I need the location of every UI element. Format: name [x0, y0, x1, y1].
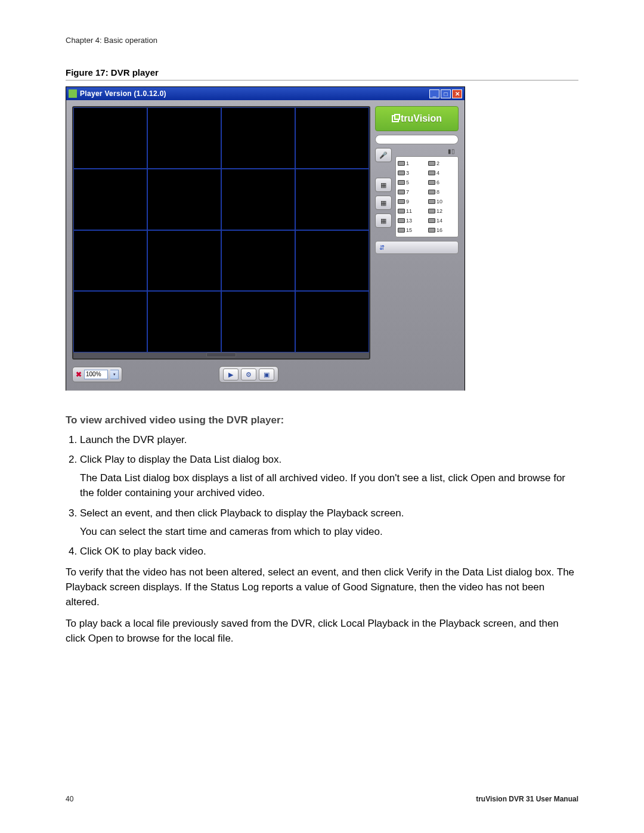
playback-controls: ▶ ⚙ ▣: [219, 366, 278, 383]
camera-icon: [398, 180, 405, 185]
channel-item[interactable]: 6: [428, 178, 456, 187]
video-cell[interactable]: [73, 230, 147, 292]
grid-4x4-icon: ▦: [380, 217, 386, 225]
logo-text: truVision: [401, 113, 442, 124]
video-cell[interactable]: [73, 169, 147, 230]
zoom-input[interactable]: 100%: [84, 370, 108, 379]
right-panel: truVision 🎤 ▦ ▦ ▦ ▮▯ 1 2: [375, 106, 459, 360]
play-button[interactable]: ▶: [223, 368, 239, 380]
page-number: 40: [66, 795, 73, 803]
resize-handle[interactable]: [73, 352, 369, 358]
video-cell[interactable]: [147, 291, 221, 352]
paragraph: To play back a local file previously sav…: [66, 616, 578, 646]
camera-icon: [398, 171, 405, 175]
network-button[interactable]: ⇵: [375, 241, 459, 254]
channel-item[interactable]: 4: [428, 169, 456, 177]
audio-button[interactable]: 🎤: [375, 148, 392, 162]
video-cell[interactable]: [295, 169, 369, 230]
zoom-control: ✖ 100%▾: [72, 367, 122, 382]
zoom-dropdown[interactable]: ▾: [110, 370, 119, 379]
camera-icon: [428, 228, 435, 233]
video-cell[interactable]: [221, 291, 295, 352]
titlebar: Player Version (1.0.12.0) _ □ ✕: [66, 87, 465, 100]
video-grid[interactable]: [73, 107, 369, 352]
camera-icon: [428, 209, 435, 213]
grid-2x2-icon: ▦: [380, 181, 386, 189]
figure-caption: Figure 17: DVR player: [66, 67, 578, 80]
step-item: Click OK to play back video.: [80, 544, 578, 559]
battery-icon: ▮▯: [395, 148, 459, 155]
video-grid-area: [72, 106, 370, 360]
chapter-header: Chapter 4: Basic operation: [66, 36, 578, 45]
window-title: Player Version (1.0.12.0): [80, 89, 428, 98]
section-heading: To view archived video using the DVR pla…: [66, 414, 578, 426]
channel-list: 1 2 3 4 5 6 7 8 9 10 11 12 13: [395, 156, 459, 237]
camera-icon: [428, 218, 435, 223]
step-item: Select an event, and then click Playback…: [80, 506, 578, 539]
mic-icon: 🎤: [379, 151, 388, 159]
video-cell[interactable]: [295, 291, 369, 352]
video-cell[interactable]: [295, 230, 369, 292]
channel-item[interactable]: 2: [428, 159, 456, 168]
channel-item[interactable]: 14: [428, 216, 456, 225]
layout-4x4-button[interactable]: ▦: [375, 213, 392, 228]
video-cell[interactable]: [147, 169, 221, 230]
settings-button[interactable]: ⚙: [241, 368, 256, 380]
camera-icon: [398, 199, 405, 204]
step-item: Launch the DVR player.: [80, 432, 578, 447]
video-cell[interactable]: [221, 169, 295, 230]
fit-icon[interactable]: ✖: [76, 370, 82, 379]
channel-item[interactable]: 1: [398, 159, 426, 168]
video-cell[interactable]: [221, 107, 295, 169]
video-cell[interactable]: [147, 230, 221, 292]
channel-item[interactable]: 12: [428, 207, 456, 215]
channel-item[interactable]: 11: [398, 207, 426, 215]
close-button[interactable]: ✕: [452, 89, 462, 98]
camera-icon: [428, 171, 435, 175]
dvr-player-window: Player Version (1.0.12.0) _ □ ✕ truVisio…: [66, 86, 465, 391]
image-icon: ▣: [264, 371, 270, 379]
grid-3x3-icon: ▦: [380, 199, 386, 207]
paragraph: To verify that the video has not been al…: [66, 565, 578, 609]
video-cell[interactable]: [295, 107, 369, 169]
page-footer: 40 truVision DVR 31 User Manual: [66, 795, 578, 803]
manual-title: truVision DVR 31 User Manual: [476, 795, 578, 803]
channel-item[interactable]: 13: [398, 216, 426, 225]
logo: truVision: [375, 106, 459, 131]
camera-icon: [428, 161, 435, 166]
layout-3x3-button[interactable]: ▦: [375, 196, 392, 210]
logo-icon: [392, 115, 399, 122]
status-strip: [375, 135, 459, 144]
channel-item[interactable]: 9: [398, 197, 426, 206]
layout-2x2-button[interactable]: ▦: [375, 178, 392, 192]
gear-icon: ⚙: [246, 371, 252, 379]
maximize-button[interactable]: □: [441, 89, 451, 98]
channel-item[interactable]: 8: [428, 188, 456, 196]
camera-icon: [398, 161, 405, 166]
bottom-toolbar: ✖ 100%▾ ▶ ⚙ ▣: [72, 364, 459, 385]
channel-item[interactable]: 15: [398, 226, 426, 234]
camera-icon: [398, 190, 405, 194]
video-cell[interactable]: [73, 107, 147, 169]
minimize-button[interactable]: _: [429, 89, 439, 98]
video-cell[interactable]: [147, 107, 221, 169]
snapshot-button[interactable]: ▣: [259, 368, 274, 380]
video-cell[interactable]: [73, 291, 147, 352]
channel-item[interactable]: 7: [398, 188, 426, 196]
camera-icon: [428, 199, 435, 204]
channel-item[interactable]: 10: [428, 197, 456, 206]
play-icon: ▶: [228, 371, 233, 379]
player-body: truVision 🎤 ▦ ▦ ▦ ▮▯ 1 2: [66, 100, 465, 391]
camera-icon: [428, 190, 435, 194]
step-subtext: You can select the start time and camera…: [80, 524, 578, 539]
camera-icon: [428, 180, 435, 185]
step-subtext: The Data List dialog box displays a list…: [80, 470, 578, 500]
step-item: Click Play to display the Data List dial…: [80, 452, 578, 500]
camera-icon: [398, 209, 405, 213]
camera-icon: [398, 218, 405, 223]
channel-item[interactable]: 5: [398, 178, 426, 187]
video-cell[interactable]: [221, 230, 295, 292]
steps-list: Launch the DVR player. Click Play to dis…: [66, 432, 578, 559]
channel-item[interactable]: 3: [398, 169, 426, 177]
channel-item[interactable]: 16: [428, 226, 456, 234]
